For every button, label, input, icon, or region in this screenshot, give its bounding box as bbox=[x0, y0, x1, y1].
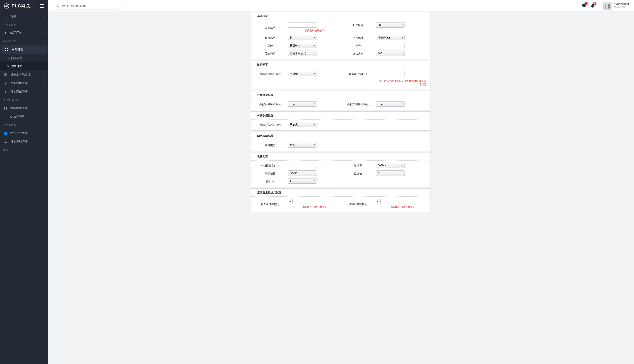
sidebar-header: PLC网关 bbox=[0, 0, 48, 12]
nav-label: 网关管理 bbox=[12, 48, 38, 52]
home-icon: ⌂ bbox=[4, 15, 8, 18]
tag-icon: 🏷 bbox=[4, 140, 8, 144]
warning-icon: ▲ bbox=[4, 90, 8, 94]
label-protocol: 传输协议 bbox=[253, 51, 287, 56]
search-icon bbox=[56, 4, 60, 8]
svg-rect-3 bbox=[7, 48, 8, 49]
nav-gateway-list[interactable]: 网关列表 bbox=[0, 54, 48, 62]
input-device-no[interactable] bbox=[288, 22, 300, 28]
nav-gateway-mgmt[interactable]: 网关管理 ⌄ bbox=[1, 45, 47, 54]
panel-trans: 传输数据配置 数据输入放大倍数 不放大 bbox=[251, 112, 300, 130]
select-premium-mode[interactable]: 不溢价 bbox=[288, 71, 300, 76]
svg-rect-2 bbox=[5, 48, 6, 49]
grid-icon bbox=[5, 48, 9, 51]
panel-header: 传输数据配置 bbox=[251, 112, 300, 120]
circle-icon bbox=[7, 58, 9, 59]
nav-home-label: 首页 bbox=[10, 14, 40, 18]
form: 基本信息 设备编号 (请输入11位纯数字) PLC站号 00 bbox=[251, 12, 300, 172]
nav-device-debug[interactable]: ▲ 设备调试管理 ‹ bbox=[0, 88, 48, 96]
drop-icon: ◆ bbox=[4, 31, 8, 34]
nav-label: 甲方企业管理 bbox=[10, 131, 40, 135]
question-icon: ? bbox=[4, 115, 8, 119]
panel-header: 溢价配置 bbox=[251, 61, 300, 69]
app-title: PLC网关 bbox=[12, 3, 31, 9]
topbar: 1 8 nYuserRoot 超级管理员 bbox=[48, 0, 300, 11]
label-parity: 奇偶校验 bbox=[253, 171, 287, 172]
nav-section-other: 其他 bbox=[0, 146, 48, 154]
panel-devcfg: 设备配置 串口设备文件名 波特率 600bps 奇偶校验 NONE bbox=[251, 152, 300, 172]
bars-icon: ▮▮ bbox=[4, 106, 8, 110]
pin-icon: ⚲ bbox=[4, 81, 8, 85]
svg-rect-5 bbox=[7, 50, 8, 51]
chevron-left-icon: ‹ bbox=[43, 73, 44, 76]
label-input-scale: 数据输入放大倍数 bbox=[253, 122, 287, 127]
hint-device-no: (请输入11位纯数字) bbox=[288, 28, 300, 32]
sidebar: PLC网关 ⌂ 首页 ‹ 生产 & 订单 ◆ 生产订单 ‹ 设备 & 维护 网关… bbox=[0, 0, 48, 172]
nav-label: 网络流量管理 bbox=[10, 106, 40, 110]
nav-section-dev: 设备 & 维护 bbox=[0, 37, 48, 44]
nav-net-traffic[interactable]: ▮▮ 网络流量管理 ‹ bbox=[0, 104, 48, 112]
chevron-left-icon: ‹ bbox=[43, 15, 44, 18]
select-collect-unit[interactable]: 千克 bbox=[288, 101, 300, 107]
select-protocol[interactable]: 三菱专用协议 bbox=[288, 50, 300, 56]
chevron-left-icon: ‹ bbox=[43, 90, 44, 93]
hamburger-icon[interactable] bbox=[40, 4, 44, 8]
chevron-down-icon: ⌄ bbox=[41, 48, 43, 51]
nav-device-online[interactable]: ▤ 设备上下线管理 ‹ bbox=[0, 70, 48, 79]
panel-premium: 溢价配置 数据输出溢价方式 不溢价 数据输出溢价值 (百分之九十请填写90，指定… bbox=[251, 61, 300, 90]
select-brand[interactable]: 三菱PLC bbox=[288, 43, 300, 48]
nav-party-org[interactable]: 👥 甲方企业管理 ‹ bbox=[0, 129, 48, 138]
nav-section-party: 甲方 & 场地 bbox=[0, 121, 48, 129]
nav-crash-mgmt[interactable]: ? Crash管理 ‹ bbox=[0, 112, 48, 121]
nav-label: 设备上下线管理 bbox=[10, 73, 40, 76]
nav-section-crash: CRASH & 流量 bbox=[0, 96, 48, 104]
chevron-left-icon: ‹ bbox=[43, 82, 44, 84]
search-input[interactable] bbox=[62, 4, 118, 8]
logo-icon bbox=[4, 3, 10, 9]
input-serial-file[interactable] bbox=[288, 162, 300, 168]
nav-label: 生产订单 bbox=[10, 31, 40, 34]
svg-line-7 bbox=[58, 6, 60, 7]
chevron-left-icon: ‹ bbox=[43, 140, 44, 143]
nav-gateway-add[interactable]: 添加网关 bbox=[0, 62, 48, 70]
nav-section-prod: 生产 & 订单 bbox=[0, 21, 48, 28]
chevron-left-icon: ‹ bbox=[43, 31, 44, 34]
nav-label: 设备调试管理 bbox=[10, 90, 40, 94]
select-net-type[interactable]: 网线 bbox=[288, 142, 300, 148]
svg-point-1 bbox=[6, 6, 7, 7]
label-serial-file: 串口设备文件名 bbox=[253, 163, 287, 168]
panel-basic: 基本信息 设备编号 (请输入11位纯数字) PLC站号 00 bbox=[251, 12, 300, 60]
nav-label: 设备定位管理 bbox=[10, 81, 40, 85]
select-frozen[interactable]: 是 bbox=[288, 35, 300, 40]
nav-sub-label: 添加网关 bbox=[11, 64, 22, 68]
panel-net: 网络联网配置 联网类型 网线 bbox=[251, 132, 300, 151]
select-input-scale[interactable]: 不放大 bbox=[288, 122, 300, 127]
chevron-left-icon: ‹ bbox=[43, 115, 44, 118]
label-brand: 品牌 bbox=[253, 43, 287, 48]
select-parity[interactable]: NONE bbox=[288, 170, 300, 172]
svg-rect-4 bbox=[5, 50, 6, 51]
nav-label: 设备场地管理 bbox=[10, 140, 40, 144]
circle-icon bbox=[7, 66, 9, 67]
logo[interactable]: PLC网关 bbox=[4, 3, 31, 9]
chevron-left-icon: ‹ bbox=[43, 107, 44, 110]
label-collect-unit: 数据采集称重单位 bbox=[253, 102, 287, 106]
file-icon: ▤ bbox=[4, 73, 8, 76]
nav-device-site[interactable]: 🏷 设备场地管理 ‹ bbox=[0, 138, 48, 146]
panel-header: 设备配置 bbox=[251, 152, 300, 160]
label-device-no: 设备编号 bbox=[253, 25, 287, 30]
nav-prod-orders[interactable]: ◆ 生产订单 ‹ bbox=[0, 28, 48, 37]
main-content: 基本信息 设备编号 (请输入11位纯数字) PLC站号 00 bbox=[48, 11, 300, 172]
nav-label: Crash管理 bbox=[10, 115, 40, 119]
nav-home[interactable]: ⌂ 首页 ‹ bbox=[0, 12, 48, 21]
panel-header: 基本信息 bbox=[251, 12, 300, 20]
panel-unit: 计量单位配置 数据采集称重单位 千克 数据输出称重单位 千克 bbox=[251, 91, 300, 110]
nav-device-locate[interactable]: ⚲ 设备定位管理 ‹ bbox=[0, 79, 48, 88]
nav-sub-label: 网关列表 bbox=[11, 56, 22, 60]
search-box[interactable] bbox=[53, 2, 121, 10]
label-premium-mode: 数据输出溢价方式 bbox=[253, 72, 287, 76]
label-net-type: 联网类型 bbox=[253, 142, 287, 147]
chevron-left-icon: ‹ bbox=[43, 132, 44, 134]
label-frozen: 是否冻结 bbox=[253, 35, 287, 40]
panel-header: 计量单位配置 bbox=[251, 91, 300, 99]
